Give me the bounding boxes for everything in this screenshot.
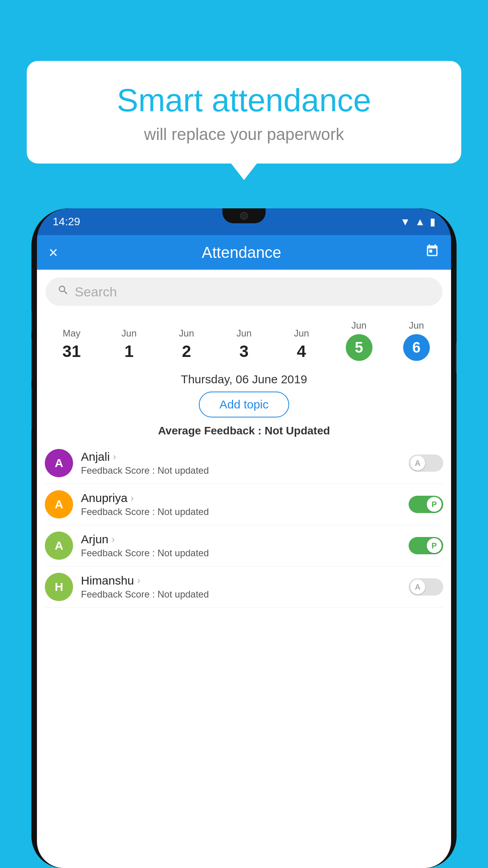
app-bar-title: Attendance [58,244,425,261]
app-bar: × Attendance [37,235,451,270]
wifi-icon: ▼ [400,216,411,228]
toggle-knob-anupriya: P [427,497,442,512]
avatar-anupriya: A [45,490,73,519]
date-col-5[interactable]: Jun 5 [330,317,387,364]
speech-bubble-title: Smart attendance [50,83,438,118]
avg-feedback-value: Not Updated [264,425,330,437]
speech-bubble: Smart attendance will replace your paper… [27,61,461,164]
date-num-0: 31 [44,342,99,361]
avatar-himanshu: H [45,573,73,601]
toggle-anupriya[interactable]: P [409,496,443,513]
student-info-anjali: Anjali › Feedback Score : Not updated [81,450,401,476]
status-time: 14:29 [53,215,80,228]
date-month-2: Jun [160,328,214,339]
date-num-3: 3 [217,342,271,361]
date-num-5: 5 [346,334,372,361]
student-info-himanshu: Himanshu › Feedback Score : Not updated [81,574,401,600]
calendar-icon[interactable] [425,244,439,261]
notch-camera [240,212,248,220]
search-icon [57,284,69,299]
student-item-anjali[interactable]: A Anjali › Feedback Score : Not updated … [45,443,443,484]
signal-icon: ▲ [415,216,425,228]
chevron-icon-anupriya: › [130,493,134,504]
toggle-anjali[interactable]: A [409,454,443,472]
date-col-4[interactable]: Jun 4 [273,325,330,364]
phone-frame: 14:29 ▼ ▲ ▮ × Attendance [31,208,457,868]
toggle-knob-arjun: P [427,538,442,553]
date-month-4: Jun [274,328,328,339]
side-button-left-1 [31,311,32,332]
date-col-3[interactable]: Jun 3 [215,325,273,364]
chevron-icon-himanshu: › [137,575,140,586]
student-list: A Anjali › Feedback Score : Not updated … [37,443,451,608]
selected-date: Thursday, 06 June 2019 [37,364,451,392]
add-topic-button[interactable]: Add topic [199,392,289,417]
date-num-2: 2 [160,342,214,361]
status-icons: ▼ ▲ ▮ [400,216,435,228]
chevron-icon-anjali: › [113,451,116,462]
feedback-score-anupriya: Feedback Score : Not updated [81,506,401,517]
date-num-6: 6 [403,334,430,361]
toggle-knob-anjali: A [410,456,425,471]
search-placeholder: Search [75,284,117,300]
student-item-himanshu[interactable]: H Himanshu › Feedback Score : Not update… [45,566,443,608]
student-item-anupriya[interactable]: A Anupriya › Feedback Score : Not update… [45,484,443,525]
date-row: May 31 Jun 1 Jun 2 Jun 3 Jun 4 [37,313,451,364]
side-button-left-3 [31,387,32,430]
date-month-0: May [44,328,99,339]
student-item-arjun[interactable]: A Arjun › Feedback Score : Not updated P [45,525,443,566]
student-name-arjun: Arjun › [81,533,401,546]
student-name-anupriya: Anupriya › [81,491,401,505]
close-icon[interactable]: × [49,244,58,261]
date-month-5: Jun [332,320,386,331]
speech-bubble-container: Smart attendance will replace your paper… [27,61,461,164]
toggle-arjun[interactable]: P [409,537,443,554]
avg-feedback-label: Average Feedback : [158,425,264,437]
student-info-arjun: Arjun › Feedback Score : Not updated [81,533,401,559]
date-col-2[interactable]: Jun 2 [158,325,215,364]
date-col-0[interactable]: May 31 [43,325,100,364]
date-col-1[interactable]: Jun 1 [100,325,158,364]
avatar-arjun: A [45,531,73,560]
battery-icon: ▮ [430,216,435,228]
date-month-3: Jun [217,328,271,339]
feedback-score-himanshu: Feedback Score : Not updated [81,589,401,600]
toggle-himanshu[interactable]: A [409,578,443,596]
feedback-score-anjali: Feedback Score : Not updated [81,465,401,476]
side-button-left-2 [31,338,32,381]
date-month-6: Jun [389,320,444,331]
toggle-knob-himanshu: A [410,579,425,594]
date-num-1: 1 [102,342,156,361]
notch [222,208,266,223]
feedback-score-arjun: Feedback Score : Not updated [81,548,401,559]
avg-feedback: Average Feedback : Not Updated [37,425,451,437]
student-name-anjali: Anjali › [81,450,401,463]
search-bar[interactable]: Search [46,278,442,306]
student-name-himanshu: Himanshu › [81,574,401,587]
avatar-anjali: A [45,449,73,477]
date-num-4: 4 [274,342,328,361]
chevron-icon-arjun: › [112,534,115,545]
speech-bubble-subtitle: will replace your paperwork [50,125,438,144]
side-button-right [456,342,457,373]
phone-inner: 14:29 ▼ ▲ ▮ × Attendance [37,208,451,868]
date-col-6[interactable]: Jun 6 [388,317,445,364]
screen-content: Search May 31 Jun 1 Jun 2 Jun 3 [37,270,451,868]
date-month-1: Jun [102,328,156,339]
student-info-anupriya: Anupriya › Feedback Score : Not updated [81,491,401,517]
